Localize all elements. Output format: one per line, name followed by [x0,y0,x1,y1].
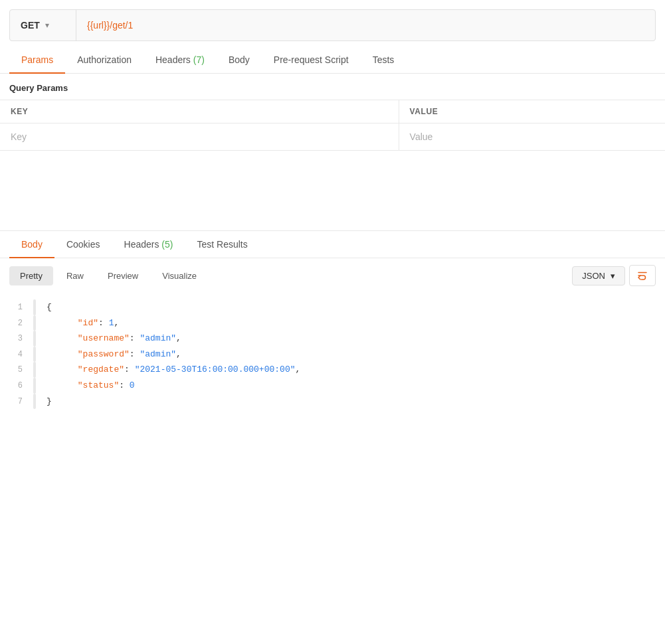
tab-prerequest[interactable]: Pre-request Script [262,46,361,73]
gutter-bar-7 [33,394,36,410]
value-input-placeholder[interactable]: Value [399,123,665,150]
params-empty-row: Key Value [0,123,665,151]
line-number-4: 4 [0,348,33,362]
line-number-2: 2 [0,317,33,331]
json-line-6: 6 "status": 0 [0,378,665,394]
format-preview-button[interactable]: Preview [97,266,149,285]
tab-headers-label: Headers [155,54,191,65]
tab-params[interactable]: Params [9,46,65,73]
gutter-bar-4 [33,347,36,362]
url-bar: GET ▾ [9,9,656,41]
json-value-username: "admin" [140,333,176,343]
json-status-line: "status": 0 [41,378,665,393]
request-tabs: Params Authorization Headers (7) Body Pr… [0,46,665,74]
tab-cookies[interactable]: Cookies [54,231,112,258]
line-number-5: 5 [0,363,33,378]
json-type-label: JSON [582,271,605,281]
tab-authorization[interactable]: Authorization [65,46,143,73]
line-number-1: 1 [0,301,33,315]
tab-headers[interactable]: Headers (7) [143,46,217,73]
json-key-status: "status" [78,380,119,390]
wrap-button[interactable] [629,265,656,286]
method-label: GET [21,20,40,31]
key-input-placeholder[interactable]: Key [0,123,399,150]
method-selector[interactable]: GET ▾ [10,10,76,40]
tab-tests[interactable]: Tests [361,46,407,73]
tab-response-body[interactable]: Body [9,231,54,258]
params-table: KEY VALUE Key Value [0,100,665,151]
json-brace-close: } [41,394,665,409]
json-line-4: 4 "password": "admin", [0,347,665,362]
format-pretty-button[interactable]: Pretty [9,266,53,285]
json-value-regdate: "2021-05-30T16:00:00.000+00:00" [135,364,296,374]
json-line-3: 3 "username": "admin", [0,331,665,347]
gutter-bar-3 [33,331,36,347]
gutter-bar-5 [33,362,36,378]
json-id-line: "id": 1, [41,315,665,331]
tab-headers-badge: (7) [193,54,205,65]
format-toolbar: Pretty Raw Preview Visualize JSON ▾ [0,258,665,293]
json-key-id: "id" [78,318,98,328]
json-brace-open: { [41,299,665,315]
url-input[interactable] [76,20,655,31]
tab-body[interactable]: Body [217,46,262,73]
json-line-7: 7 } [0,394,665,410]
json-regdate-line: "regdate": "2021-05-30T16:00:00.000+00:0… [41,362,665,377]
json-line-1: 1 { [0,299,665,315]
format-visualize-button[interactable]: Visualize [151,266,207,285]
json-key-password: "password" [78,349,130,359]
line-number-3: 3 [0,332,33,347]
value-column-header: VALUE [399,100,665,123]
json-key-username: "username" [78,333,130,343]
query-params-section-label: Query Params [0,74,665,100]
tab-response-headers-badge: (5) [161,239,173,250]
json-username-line: "username": "admin", [41,331,665,346]
json-value-password: "admin" [140,349,176,359]
json-key-regdate: "regdate" [78,364,124,374]
json-line-5: 5 "regdate": "2021-05-30T16:00:00.000+00… [0,362,665,378]
line-number-7: 7 [0,395,33,410]
line-number-6: 6 [0,379,33,394]
json-password-line: "password": "admin", [41,347,665,362]
response-tabs: Body Cookies Headers (5) Test Results [0,231,665,258]
chevron-down-icon: ▾ [45,21,49,30]
json-viewer: 1 { 2 "id": 1, 3 "username": "admin", 4 … [0,293,665,416]
json-type-selector[interactable]: JSON ▾ [572,266,625,285]
params-header-row: KEY VALUE [0,100,665,123]
json-type-chevron: ▾ [611,271,615,281]
gutter-bar-2 [33,315,36,331]
wrap-icon [636,270,648,282]
format-raw-button[interactable]: Raw [56,266,94,285]
key-column-header: KEY [0,100,399,123]
tab-test-results[interactable]: Test Results [185,231,259,258]
tab-response-headers[interactable]: Headers (5) [112,231,185,258]
format-right-controls: JSON ▾ [572,265,656,286]
json-line-2: 2 "id": 1, [0,315,665,331]
gutter-bar-1 [33,299,36,315]
json-value-status: 0 [130,380,135,390]
gutter-bar-6 [33,378,36,394]
tab-response-headers-label: Headers [124,239,159,250]
